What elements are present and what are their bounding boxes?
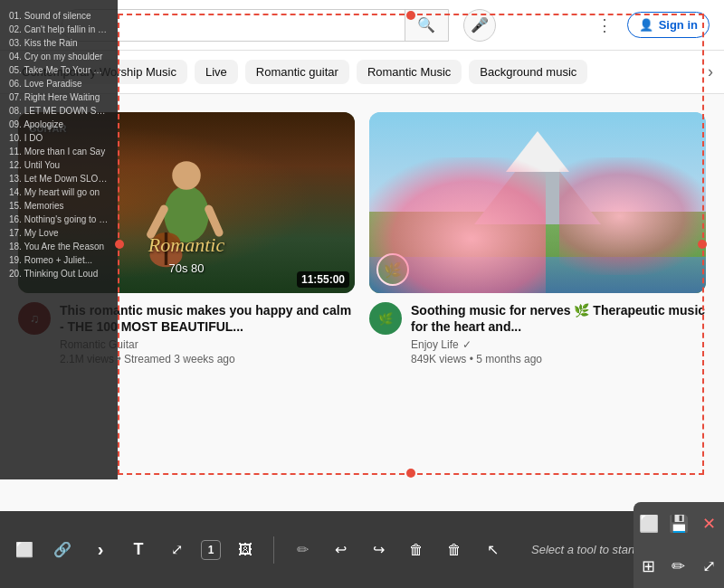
filter-chip-background-music[interactable]: Background music — [469, 60, 587, 84]
delete2-icon: 🗑 — [447, 542, 462, 558]
eraser-icon: ✏ — [297, 541, 309, 558]
mountain-thumbnail-bg: 🌿 — [369, 112, 706, 293]
sidebar-item-7: 08. LET ME DOWN SLOWLY... — [0, 104, 118, 118]
filter-next-icon[interactable]: › — [708, 62, 713, 81]
video-info-mountain: 🌿 Soothing music for nerves 🌿 Therapeuti… — [369, 302, 706, 365]
sidebar-item-10: 11. More than I can Say — [0, 145, 118, 158]
chevron-icon: › — [98, 539, 104, 560]
undo-icon: ↩ — [335, 541, 347, 558]
sidebar-overlay: 01. Sound of silence02. Can't help falli… — [0, 0, 118, 479]
back-button[interactable]: ↖ — [479, 536, 506, 564]
sidebar-item-3: 04. Cry on my shoulder — [0, 50, 118, 63]
svg-point-1 — [172, 161, 201, 190]
sidebar-item-6: 07. Right Here Waiting — [0, 90, 118, 104]
sidebar-item-11: 12. Until You — [0, 158, 118, 172]
youtube-container: 01. Sound of silence02. Can't help falli… — [0, 0, 724, 588]
delete1-button[interactable]: 🗑 — [403, 536, 430, 564]
rect-tool-button[interactable]: ⬜ — [11, 536, 38, 564]
expand-icon: ⤢ — [702, 556, 716, 576]
video-meta-mountain: Soothing music for nerves 🌿 Therapeutic … — [411, 302, 706, 365]
text-tool-button[interactable]: T — [125, 536, 152, 564]
search-bar: 🔍 — [62, 9, 449, 42]
back-icon: ↖ — [487, 541, 499, 558]
delete2-button[interactable]: 🗑 — [441, 536, 468, 564]
link-tool-button[interactable]: 🔗 — [49, 536, 76, 564]
close-icon: ✕ — [702, 514, 716, 534]
filter-chip-live[interactable]: Live — [195, 60, 238, 84]
save-icon: 💾 — [669, 514, 689, 534]
channel-name-mountain: Enjoy Life ✓ — [411, 338, 706, 351]
cherry-right — [559, 157, 706, 275]
crop-icon: ⊞ — [642, 556, 655, 576]
image-tool-button[interactable]: 🖼 — [232, 536, 259, 564]
right-panel: ⬜ 💾 ✕ ⊞ ✏ ⤢ — [634, 502, 724, 588]
resize-tool-button[interactable]: ⤢ — [163, 536, 190, 564]
video-card-mountain[interactable]: 🌿 🌿 Soothing music for nerves 🌿 Therapeu… — [362, 105, 713, 373]
rect-icon: ⬜ — [15, 541, 33, 558]
crop-panel-button[interactable]: ⊞ — [634, 545, 663, 589]
thumbnail-mountain: 🌿 — [369, 112, 706, 293]
undo-button[interactable]: ↩ — [327, 536, 354, 564]
sidebar-item-5: 06. Love Paradise — [0, 77, 118, 90]
chevron-tool-button[interactable]: › — [87, 536, 114, 564]
sidebar-item-0: 01. Sound of silence — [0, 9, 118, 23]
header-icons: ⋮ 👤 Sign in — [596, 12, 710, 38]
years-text: 70s 80 — [168, 261, 204, 275]
duration-badge: 11:55:00 — [297, 271, 349, 288]
close-panel-button[interactable]: ✕ — [694, 502, 724, 545]
svg-line-2 — [151, 209, 165, 234]
mic-icon: 🎤 — [471, 16, 489, 33]
sidebar-item-19: 20. Thinking Out Loud — [0, 267, 118, 280]
search-icon: 🔍 — [417, 16, 435, 33]
search-button[interactable]: 🔍 — [405, 9, 448, 42]
sidebar-item-1: 02. Can't help fallin in Jake — [0, 23, 118, 36]
sidebar-item-8: 09. Apologize — [0, 118, 118, 131]
filter-chip-romantic-music[interactable]: Romantic Music — [357, 60, 462, 84]
sidebar-item-15: 16. Nothing's going to chang... — [0, 213, 118, 226]
text-icon: T — [134, 540, 144, 559]
copy-panel-button[interactable]: ⬜ — [634, 502, 663, 545]
sidebar-item-17: 18. You Are the Reason — [0, 240, 118, 253]
redo-icon: ↪ — [373, 541, 385, 558]
verified-icon: ✓ — [462, 338, 472, 351]
sidebar-item-9: 10. I DO — [0, 131, 118, 145]
cherry-left — [369, 157, 546, 293]
sidebar-list: 01. Sound of silence02. Can't help falli… — [0, 0, 118, 289]
eraser-tool-button[interactable]: ✏ — [289, 536, 316, 564]
handle-bottom-center[interactable] — [406, 469, 415, 478]
pen-panel-button[interactable]: ✏ — [663, 545, 693, 589]
life-avatar-icon: 🌿 — [372, 305, 399, 332]
expand-panel-button[interactable]: ⤢ — [694, 545, 724, 589]
sidebar-item-2: 03. Kiss the Rain — [0, 36, 118, 50]
filter-chip-romantic-guitar[interactable]: Romantic guitar — [245, 60, 349, 84]
badge-number: 1 — [201, 540, 221, 560]
svg-line-3 — [209, 209, 219, 232]
account-icon: 👤 — [639, 18, 653, 32]
video-title-mountain: Soothing music for nerves 🌿 Therapeutic … — [411, 302, 706, 335]
copy-icon: ⬜ — [639, 514, 659, 534]
save-panel-button[interactable]: 💾 — [663, 502, 693, 545]
video-stats-mountain: 849K views • 5 months ago — [411, 353, 706, 365]
sign-in-button[interactable]: 👤 Sign in — [627, 12, 710, 38]
delete1-icon: 🗑 — [409, 542, 424, 558]
svg-text:🌿: 🌿 — [378, 311, 394, 327]
sidebar-item-16: 17. My Love — [0, 226, 118, 240]
mic-button[interactable]: 🎤 — [463, 9, 496, 42]
resize-icon: ⤢ — [171, 541, 183, 558]
sidebar-item-14: 15. Memories — [0, 199, 118, 213]
image-icon: 🖼 — [238, 542, 252, 558]
channel-avatar-life: 🌿 — [369, 302, 402, 335]
sidebar-item-18: 19. Romeo + Juliet... — [0, 253, 118, 267]
pen-icon: ✏ — [672, 556, 685, 576]
sidebar-item-13: 14. My heart will go on — [0, 185, 118, 199]
more-icon[interactable]: ⋮ — [596, 15, 613, 35]
romantic-overlay-text: Romantic — [148, 233, 224, 257]
bottom-toolbar: ⬜ 🔗 › T ⤢ 1 🖼 ✏ ↩ — [0, 511, 724, 588]
toolbar-separator — [273, 536, 274, 564]
sidebar-item-12: 13. Let Me Down SLOWLY, Paid — [0, 172, 118, 185]
toolbar-left: ⬜ 🔗 › T ⤢ 1 🖼 ✏ ↩ — [0, 536, 724, 564]
redo-button[interactable]: ↪ — [365, 536, 392, 564]
sidebar-item-4: 05. Take Me To Your Heart — [0, 63, 118, 77]
link-icon: 🔗 — [53, 541, 71, 558]
